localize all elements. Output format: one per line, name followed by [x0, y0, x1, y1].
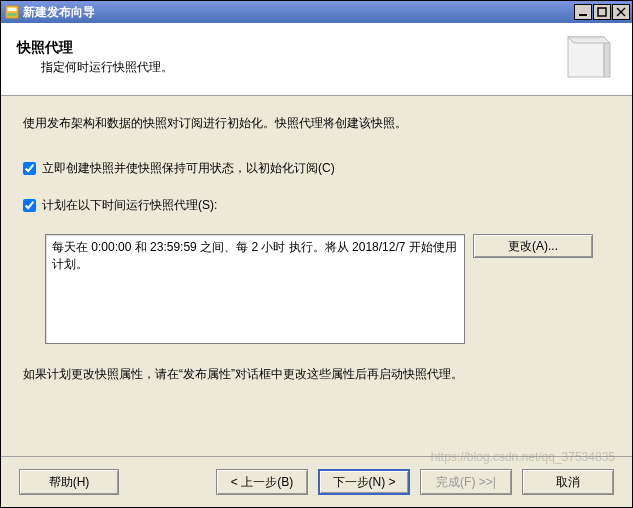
titlebar-left: 新建发布向导 [5, 4, 95, 21]
header-graphic-icon [564, 33, 612, 81]
window-title: 新建发布向导 [23, 4, 95, 21]
change-schedule-button[interactable]: 更改(A)... [473, 234, 593, 258]
checkbox-schedule-label[interactable]: 计划在以下时间运行快照代理(S): [42, 197, 217, 214]
button-bar: 帮助(H) < 上一步(B) 下一步(N) > 完成(F) >>| 取消 [1, 456, 632, 507]
header-text-block: 快照代理 指定何时运行快照代理。 [17, 39, 564, 76]
titlebar: 新建发布向导 [1, 1, 632, 23]
next-button[interactable]: 下一步(N) > [318, 469, 410, 495]
window-controls [574, 4, 630, 20]
cancel-button[interactable]: 取消 [522, 469, 614, 495]
note-text: 如果计划更改快照属性，请在“发布属性”对话框中更改这些属性后再启动快照代理。 [23, 366, 610, 383]
minimize-button[interactable] [574, 4, 592, 20]
checkbox-create-snapshot[interactable] [23, 162, 36, 175]
schedule-textarea[interactable] [45, 234, 465, 344]
header-panel: 快照代理 指定何时运行快照代理。 [1, 23, 632, 96]
maximize-button[interactable] [593, 4, 611, 20]
page-title: 快照代理 [17, 39, 564, 57]
page-subtitle: 指定何时运行快照代理。 [17, 59, 564, 76]
svg-rect-1 [8, 8, 17, 12]
help-button[interactable]: 帮助(H) [19, 469, 119, 495]
content-area: 使用发布架构和数据的快照对订阅进行初始化。快照代理将创建该快照。 立即创建快照并… [1, 96, 632, 456]
back-button[interactable]: < 上一步(B) [216, 469, 308, 495]
app-icon [5, 5, 19, 19]
intro-text: 使用发布架构和数据的快照对订阅进行初始化。快照代理将创建该快照。 [23, 114, 610, 132]
schedule-area: 更改(A)... [45, 234, 610, 344]
checkbox-create-snapshot-label[interactable]: 立即创建快照并使快照保持可用状态，以初始化订阅(C) [42, 160, 335, 177]
checkbox-schedule[interactable] [23, 199, 36, 212]
svg-rect-4 [598, 8, 606, 16]
checkbox-create-snapshot-row: 立即创建快照并使快照保持可用状态，以初始化订阅(C) [23, 160, 610, 177]
svg-marker-9 [568, 37, 610, 43]
svg-rect-2 [8, 13, 17, 17]
finish-button: 完成(F) >>| [420, 469, 512, 495]
wizard-window: 新建发布向导 快照代理 指定何时运行快照代理。 使 [0, 0, 633, 508]
close-button[interactable] [612, 4, 630, 20]
checkbox-schedule-row: 计划在以下时间运行快照代理(S): [23, 197, 610, 214]
